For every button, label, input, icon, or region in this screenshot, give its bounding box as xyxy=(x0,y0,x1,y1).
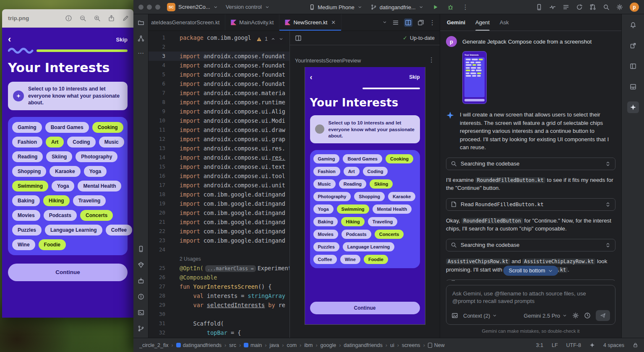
screenshot-thumbnail[interactable]: Your Interests xyxy=(462,51,615,104)
device-streaming-icon[interactable] xyxy=(627,40,639,52)
gemini-status-icon[interactable] xyxy=(589,342,595,348)
close-window-button[interactable] xyxy=(138,5,143,10)
scroll-to-bottom-button[interactable]: Scroll to bottom xyxy=(503,266,558,276)
project-tool-icon[interactable] xyxy=(138,19,144,26)
context-selector[interactable]: Context (2) xyxy=(463,313,497,319)
breadcrumb-item[interactable]: _circle_2_fix xyxy=(139,342,168,348)
tool-call-row[interactable]: Read AssistiveChipsRow.kt xyxy=(446,280,615,281)
breadcrumb-item[interactable]: java xyxy=(269,342,279,348)
history-icon[interactable] xyxy=(584,312,591,319)
inspection-widget[interactable]: 1 xyxy=(254,34,286,44)
gemini-tool-icon[interactable] xyxy=(627,101,639,113)
interest-chip: Puzzles xyxy=(313,242,339,251)
indent-setting[interactable]: 4 spaces xyxy=(603,342,624,348)
vcs-widget[interactable]: Version control xyxy=(226,4,270,10)
minimize-window-button[interactable] xyxy=(147,5,152,10)
breadcrumb-item[interactable]: src xyxy=(229,342,236,348)
code-text: fun YourInterestsScreen() { xyxy=(165,282,271,291)
more-tool-windows-icon[interactable]: ⋯ xyxy=(138,51,144,55)
profiler-icon[interactable] xyxy=(549,4,556,10)
editor-options-icon[interactable]: ⋮ xyxy=(429,21,435,25)
notifications-icon[interactable] xyxy=(627,19,639,31)
user-avatar[interactable]: p xyxy=(630,3,639,12)
next-problem-icon[interactable] xyxy=(279,36,284,41)
resource-manager-icon[interactable] xyxy=(138,246,144,252)
split-editor-icon[interactable] xyxy=(404,18,412,27)
zoom-in-icon[interactable] xyxy=(94,15,101,22)
model-selector[interactable]: Gemini 2.5 Pro xyxy=(524,313,567,319)
app-quality-insights-icon[interactable] xyxy=(138,261,144,268)
close-tab-icon[interactable]: ✕ xyxy=(331,19,336,26)
window-controls[interactable] xyxy=(138,5,160,10)
line-ending[interactable]: LF xyxy=(552,342,558,348)
branch-selector[interactable]: datingandfrie... xyxy=(371,4,424,10)
gemini-settings-icon[interactable] xyxy=(572,312,579,319)
device-selector[interactable]: Medium Phone xyxy=(309,4,362,10)
breadcrumb-item[interactable]: screens xyxy=(402,342,420,348)
settings-icon[interactable] xyxy=(616,4,623,10)
layout-inspector-icon[interactable] xyxy=(627,81,639,93)
left-tool-strip: ⋯ xyxy=(133,14,149,338)
preview-layout-icon[interactable] xyxy=(295,35,302,41)
running-devices-icon[interactable] xyxy=(627,60,639,72)
info-icon[interactable] xyxy=(65,15,72,22)
caret-position[interactable]: 3:1 xyxy=(536,342,543,348)
gemini-prompt-input[interactable] xyxy=(451,289,610,308)
expand-icon[interactable] xyxy=(605,280,611,281)
model-label: Gemini 2.5 Pro xyxy=(524,313,560,319)
debug-button[interactable] xyxy=(447,4,454,10)
breadcrumb-item[interactable]: ui xyxy=(390,342,394,348)
zoom-out-icon[interactable] xyxy=(79,15,86,22)
tool-call-row[interactable]: Read RoundedFilledButton.kt xyxy=(446,198,615,211)
version-control-icon[interactable] xyxy=(138,325,144,332)
breadcrumb-item[interactable]: main xyxy=(244,342,262,348)
device-manager-icon[interactable] xyxy=(536,4,542,10)
gradle-sync-icon[interactable] xyxy=(576,4,583,10)
more-run-options-icon[interactable]: ⋮ xyxy=(462,5,469,9)
usages-hint[interactable]: 2 Usages xyxy=(149,254,289,264)
problems-icon[interactable] xyxy=(138,293,144,300)
todo-list-icon[interactable] xyxy=(563,4,569,10)
editor-layout-icon[interactable] xyxy=(392,19,399,26)
tab-newscreen[interactable]: NewScreen.kt ✕ xyxy=(279,14,342,31)
lock-icon[interactable] xyxy=(633,342,638,348)
breadcrumb-item[interactable]: datingandfriends xyxy=(176,342,222,348)
code-line: 12import androidx.compose.ui.grap xyxy=(149,135,289,144)
breadcrumb-item[interactable]: com xyxy=(287,342,297,348)
preview-status: ✓ Up-to-date xyxy=(403,35,435,41)
file-encoding[interactable]: UTF-8 xyxy=(566,342,581,348)
share-icon[interactable] xyxy=(108,15,115,22)
float-editor-icon[interactable] xyxy=(417,19,424,26)
line-number: 22 xyxy=(149,227,165,236)
breadcrumb-item[interactable]: google xyxy=(321,342,336,348)
expand-icon[interactable] xyxy=(605,242,611,248)
tab-generateideasgeneratorscreen[interactable]: ateIdeasGeneratorScreen.kt xyxy=(149,14,225,31)
breadcrumb-item[interactable]: datingandfriends xyxy=(344,342,382,348)
expand-icon[interactable] xyxy=(605,202,611,207)
breadcrumb-item[interactable]: New xyxy=(428,342,445,348)
search-everywhere-icon[interactable] xyxy=(603,4,610,10)
zoom-window-button[interactable] xyxy=(155,5,160,10)
tool-call-row[interactable]: Searching the codebase xyxy=(446,239,615,251)
tab-ask[interactable]: Ask xyxy=(500,14,509,31)
device-explorer-icon[interactable] xyxy=(138,277,144,284)
send-button[interactable] xyxy=(596,310,610,321)
tab-list-chevron-icon[interactable] xyxy=(382,19,387,26)
attach-image-icon[interactable] xyxy=(451,312,458,319)
tool-call-row[interactable]: Searching the codebase xyxy=(446,158,615,170)
breadcrumb-item[interactable]: ibm xyxy=(304,342,313,348)
pull-requests-tool-icon[interactable] xyxy=(138,35,144,42)
tab-mainactivity[interactable]: MainActivity.kt xyxy=(225,14,279,31)
expand-icon[interactable] xyxy=(605,161,611,167)
project-widget[interactable]: SC Screen2Co... xyxy=(167,3,218,11)
tab-agent[interactable]: Agent xyxy=(475,14,490,31)
pull-request-icon[interactable] xyxy=(589,4,596,10)
code-editor[interactable]: 1package com.ibm.googl23import androidx.… xyxy=(149,31,289,338)
code-text: @OptIn(...markerClass =Experiment xyxy=(165,264,289,273)
markup-pencil-icon[interactable] xyxy=(122,15,129,22)
run-button[interactable] xyxy=(432,4,439,10)
preview-options-icon[interactable]: ⋮ xyxy=(428,56,435,64)
terminal-icon[interactable] xyxy=(138,309,144,316)
gemini-input-box[interactable]: Context (2) Gemini 2.5 Pro xyxy=(446,285,615,325)
prev-problem-icon[interactable] xyxy=(271,36,276,41)
